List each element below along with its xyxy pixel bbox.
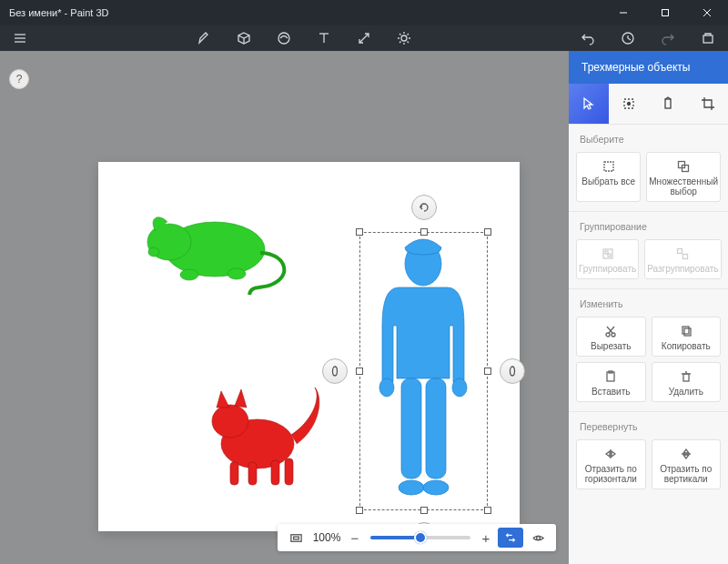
svg-point-60: [612, 333, 615, 337]
resize-handle-bl[interactable]: [356, 507, 363, 514]
svg-marker-74: [683, 455, 689, 458]
history-button[interactable]: [608, 25, 648, 51]
svg-line-10: [359, 34, 369, 43]
text-tool-icon[interactable]: [304, 25, 344, 51]
svg-line-18: [399, 42, 401, 44]
window-title: Без имени* - Paint 3D: [0, 7, 602, 18]
svg-rect-34: [285, 458, 293, 485]
delete-button[interactable]: Удалить: [652, 362, 722, 402]
rotate-z-gizmo[interactable]: [411, 195, 437, 220]
svg-marker-71: [612, 451, 615, 457]
select-all-button[interactable]: Выбрать все: [576, 152, 641, 202]
resize-handle-lm[interactable]: [356, 368, 363, 375]
section-label-flip: Перевернуть: [580, 421, 717, 432]
cut-button[interactable]: Вырезать: [576, 317, 646, 357]
zoom-value[interactable]: 100%: [308, 531, 345, 544]
svg-point-49: [627, 103, 630, 106]
svg-rect-64: [684, 328, 691, 336]
canvas[interactable]: [98, 162, 520, 531]
svg-line-17: [408, 42, 410, 44]
svg-point-44: [511, 367, 515, 376]
redo-button[interactable]: [648, 25, 688, 51]
mode-select[interactable]: [569, 84, 609, 124]
object-mouse[interactable]: [135, 189, 289, 298]
selection-mode-tabs: [569, 84, 728, 124]
svg-rect-31: [230, 462, 238, 485]
resize-handle-bm[interactable]: [420, 507, 428, 514]
svg-point-28: [212, 405, 248, 438]
svg-rect-63: [682, 327, 689, 334]
window-titlebar: Без имени* - Paint 3D: [0, 0, 728, 25]
rotate-y-left-gizmo[interactable]: [322, 358, 348, 384]
flip-horizontal-button[interactable]: Отразить по горизонтали: [576, 439, 646, 489]
svg-rect-57: [678, 249, 682, 254]
svg-point-43: [333, 367, 338, 376]
zoom-slider[interactable]: [370, 536, 470, 539]
mode-crop[interactable]: [688, 84, 728, 124]
canvas-tool-icon[interactable]: [344, 25, 384, 51]
svg-line-16: [399, 34, 401, 35]
svg-point-25: [180, 269, 198, 280]
svg-rect-56: [608, 254, 611, 257]
group-button: Группировать: [576, 239, 639, 279]
svg-point-59: [606, 333, 610, 337]
paste-button[interactable]: Вставить: [576, 362, 646, 402]
svg-rect-33: [271, 460, 279, 485]
svg-marker-73: [683, 449, 689, 453]
view-3d-toggle[interactable]: [498, 528, 523, 548]
rotate-y-right-gizmo[interactable]: [500, 358, 525, 384]
svg-marker-30: [235, 389, 247, 408]
svg-rect-58: [683, 255, 688, 259]
library-button[interactable]: [688, 25, 728, 51]
mode-multiselect[interactable]: [609, 84, 649, 124]
resize-handle-rm[interactable]: [484, 368, 491, 375]
zoom-bar: 100% − +: [278, 524, 556, 551]
resize-handle-tr[interactable]: [484, 228, 491, 236]
svg-rect-32: [248, 462, 257, 485]
svg-rect-46: [293, 537, 298, 539]
undo-button[interactable]: [568, 25, 608, 51]
panel-header: Трехмерные объекты: [569, 51, 728, 84]
section-label-edit: Изменить: [580, 298, 717, 309]
zoom-in-button[interactable]: +: [476, 530, 496, 546]
resize-handle-tm[interactable]: [420, 228, 428, 236]
section-label-group: Группирование: [580, 221, 717, 232]
eye-view-icon[interactable]: [525, 524, 551, 551]
brush-tool-icon[interactable]: [184, 25, 224, 51]
canvas-stage[interactable]: ?: [0, 51, 569, 564]
svg-rect-45: [290, 534, 300, 541]
svg-point-24: [148, 247, 159, 257]
effects-tool-icon[interactable]: [384, 25, 424, 51]
minimize-button[interactable]: [602, 0, 644, 25]
main-toolbar: [0, 25, 728, 51]
svg-point-7: [278, 33, 289, 44]
flip-vertical-button[interactable]: Отразить по вертикали: [652, 439, 722, 489]
svg-line-19: [408, 34, 410, 35]
properties-panel: Трехмерные объекты Выберите Выбрать все …: [569, 51, 728, 564]
svg-rect-21: [703, 35, 713, 43]
mode-magic-select[interactable]: [649, 84, 689, 124]
object-cat[interactable]: [198, 371, 330, 499]
section-label-select: Выберите: [580, 134, 717, 145]
fit-screen-icon[interactable]: [283, 524, 308, 551]
stickers-tool-icon[interactable]: [264, 25, 304, 51]
close-button[interactable]: [686, 0, 728, 25]
multiselect-button[interactable]: Множественный выбор: [646, 152, 721, 202]
resize-handle-br[interactable]: [484, 507, 491, 514]
maximize-button[interactable]: [644, 0, 686, 25]
svg-marker-70: [606, 451, 610, 457]
zoom-out-button[interactable]: −: [345, 530, 365, 546]
resize-handle-tl[interactable]: [356, 228, 363, 236]
svg-point-11: [401, 35, 407, 41]
selection-box[interactable]: [359, 232, 488, 510]
help-badge[interactable]: ?: [9, 69, 29, 89]
copy-button[interactable]: Копировать: [652, 317, 722, 357]
svg-rect-51: [604, 162, 613, 171]
shapes-3d-tool-icon[interactable]: [224, 25, 264, 51]
svg-rect-67: [683, 374, 689, 381]
svg-point-26: [228, 268, 246, 279]
svg-rect-50: [665, 99, 671, 108]
svg-point-47: [536, 536, 540, 539]
ungroup-button: Разгруппировать: [644, 239, 721, 279]
menu-button[interactable]: [0, 25, 40, 51]
